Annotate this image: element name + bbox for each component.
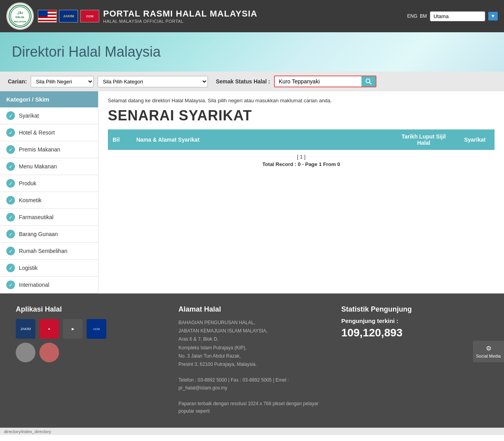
portal-title: PORTAL RASMI HALAL MALAYSIA	[103, 9, 403, 19]
top-bar: حلال HALAL MALAYSIA JAKIM CCM PORTAL RAS…	[0, 0, 504, 32]
col-header-tarikh: Tarikh Luput Sijil Halal	[392, 129, 455, 150]
svg-point-5	[366, 79, 370, 83]
results-table: Bil Nama & Alamat Syarikat Tarikh Luput …	[108, 129, 495, 150]
sidebar-label-barang: Barang Gunaan	[19, 231, 58, 237]
svg-text:حلال: حلال	[17, 11, 23, 15]
ccm-logo: CCM	[80, 10, 99, 22]
search-input-wrapper	[274, 76, 376, 87]
lang-bm[interactable]: BM	[420, 13, 427, 19]
sidebar-label-menu: Menu Makanan	[19, 163, 57, 170]
sidebar-label-rumah: Rumah Sembelihan	[19, 248, 67, 254]
negeri-select[interactable]: Sila Pilih Negeri Johor Kedah Kelantan M…	[31, 76, 94, 87]
footer-logo-ccm: CCM	[87, 319, 106, 339]
lang-eng[interactable]: ENG	[407, 13, 417, 19]
footer: Aplikasi Halal JAKIM ● ▶ CCM Alamat Hala…	[0, 293, 504, 428]
logo-area: حلال HALAL MALAYSIA JAKIM CCM PORTAL RAS…	[6, 2, 403, 30]
sidebar-item-rumah[interactable]: ✓ Rumah Sembelihan	[0, 243, 98, 260]
check-icon: ✓	[6, 162, 15, 171]
nav-dropdown[interactable]: Utama Lain-lain	[430, 11, 485, 21]
check-icon: ✓	[6, 145, 15, 154]
list-title: SENARAI SYARIKAT	[108, 107, 495, 124]
svg-line-6	[369, 83, 371, 85]
svg-text:HALAL: HALAL	[15, 16, 25, 18]
footer-statistik: Statistik Pengunjung Pengunjung terkini …	[341, 305, 488, 416]
address-line-6: Presint 3, 62100 Putrajaya, Malaysia.	[178, 361, 325, 368]
search-bar: Carian: Sila Pilih Negeri Johor Kedah Ke…	[0, 72, 504, 91]
sidebar-label-international: International	[19, 282, 49, 288]
sidebar-item-hotel[interactable]: ✓ Hotel & Resort	[0, 124, 98, 141]
top-bar-right: ENG BM Utama Lain-lain ▼	[407, 11, 498, 21]
check-icon: ✓	[6, 247, 15, 255]
search-button[interactable]	[361, 76, 376, 87]
sidebar: Kategori / Skim ✓ Syarikat ✓ Hotel & Res…	[0, 91, 98, 293]
sidebar-item-international[interactable]: ✓ International	[0, 277, 98, 293]
portal-title-block: PORTAL RASMI HALAL MALAYSIA HALAL MALAYS…	[103, 9, 403, 24]
check-icon: ✓	[6, 179, 15, 188]
footer-logo-arrow: ▶	[63, 319, 83, 339]
sidebar-item-farmaseutikal[interactable]: ✓ Farmaseutikal	[0, 209, 98, 226]
address-line-1: BAHAGIAN PENGURUSAN HALAL,	[178, 319, 325, 327]
sidebar-item-barang[interactable]: ✓ Barang Gunaan	[0, 226, 98, 243]
check-icon: ✓	[6, 111, 15, 120]
nav-select-wrapper: Utama Lain-lain	[430, 11, 485, 21]
sidebar-item-produk[interactable]: ✓ Produk	[0, 175, 98, 192]
halal-logo: حلال HALAL MALAYSIA	[6, 2, 34, 30]
footer-logo-row1: JAKIM ● ▶ CCM	[16, 319, 163, 339]
sidebar-label-produk: Produk	[19, 180, 36, 186]
carian-label: Carian:	[8, 78, 27, 85]
portal-subtitle: HALAL MALAYSIA OFFICIAL PORTAL	[103, 19, 403, 24]
sidebar-item-syarikat[interactable]: ✓ Syarikat	[0, 107, 98, 124]
alamat-title: Alamat Halal	[178, 305, 325, 314]
sidebar-item-logistik[interactable]: ✓ Logistik	[0, 260, 98, 277]
check-icon: ✓	[6, 213, 15, 221]
sidebar-item-premis[interactable]: ✓ Premis Makanan	[0, 141, 98, 158]
sidebar-label-logistik: Logistik	[19, 265, 37, 271]
social-media-button[interactable]: ⚙ Social Media	[473, 341, 504, 362]
status-bar: directory/index_directory	[0, 428, 504, 435]
visitor-label: Pengunjung terkini :	[341, 317, 488, 324]
search-icon	[365, 78, 372, 85]
footer-alamat: Alamat Halal BAHAGIAN PENGURUSAN HALAL, …	[178, 305, 325, 416]
social-media-label: Social Media	[476, 354, 501, 358]
address-line-5: No. 3 Jalan Tun Abdul Razak,	[178, 352, 325, 360]
status-url: directory/index_directory	[4, 429, 51, 434]
footer-logo-red: ●	[39, 319, 59, 339]
search-input[interactable]	[275, 76, 361, 87]
gear-icon: ⚙	[476, 345, 501, 352]
sidebar-header: Kategori / Skim	[0, 91, 98, 107]
page-title: Direktori Halal Malaysia	[12, 44, 161, 60]
welcome-text: Selamat datang ke direktori Halal Malays…	[108, 98, 495, 103]
annotation-arrow	[376, 76, 376, 87]
sidebar-label-premis: Premis Makanan	[19, 146, 60, 153]
address-line-2: JABATAN KEMAJUAN ISLAM MALAYSIA,	[178, 327, 325, 335]
footer-aplikasi: Aplikasi Halal JAKIM ● ▶ CCM	[16, 305, 163, 416]
sidebar-label-farmaseutikal: Farmaseutikal	[19, 214, 54, 220]
telefon-line: Telefon : 03-8892 5000 | Fax : 03-8892 5…	[178, 376, 325, 391]
sidebar-item-kosmetik[interactable]: ✓ Kosmetik	[0, 192, 98, 209]
pagination[interactable]: [ 1 ]	[108, 154, 495, 160]
footer-logo-circle1	[16, 343, 35, 362]
sidebar-label-syarikat: Syarikat	[19, 113, 39, 119]
col-header-nama: Nama & Alamat Syarikat	[132, 129, 392, 150]
lang-links: ENG BM	[407, 13, 427, 19]
check-icon: ✓	[6, 128, 15, 137]
sidebar-label-kosmetik: Kosmetik	[19, 197, 42, 203]
footer-logo-jakim: JAKIM	[16, 319, 35, 339]
sidebar-label-hotel: Hotel & Resort	[19, 129, 55, 136]
nav-dropdown-btn[interactable]: ▼	[488, 12, 498, 20]
check-icon: ✓	[6, 230, 15, 238]
semak-label: Semak Status Halal :	[216, 78, 270, 85]
address-line-4: Kompleks Islam Putrajaya (KIP),	[178, 344, 325, 352]
total-record: Total Record : 0 - Page 1 From 0	[108, 161, 495, 167]
kategori-select[interactable]: Sila Pilih Kategori Syarikat Hotel & Res…	[98, 76, 208, 87]
footer-logo-row2	[16, 343, 163, 362]
address-line-3: Aras 6 & 7, Blok D,	[178, 336, 325, 343]
col-header-bil: Bil	[108, 129, 132, 150]
visitor-count: 109,120,893	[341, 327, 488, 339]
footer-address: BAHAGIAN PENGURUSAN HALAL, JABATAN KEMAJ…	[178, 319, 325, 415]
sidebar-item-menu[interactable]: ✓ Menu Makanan	[0, 158, 98, 175]
statistik-title: Statistik Pengunjung	[341, 305, 488, 314]
paparan-line: Paparan terbaik dengan resolusi 1024 x 7…	[178, 400, 325, 415]
flag-logos: JAKIM CCM	[38, 10, 99, 22]
check-icon: ✓	[6, 196, 15, 205]
